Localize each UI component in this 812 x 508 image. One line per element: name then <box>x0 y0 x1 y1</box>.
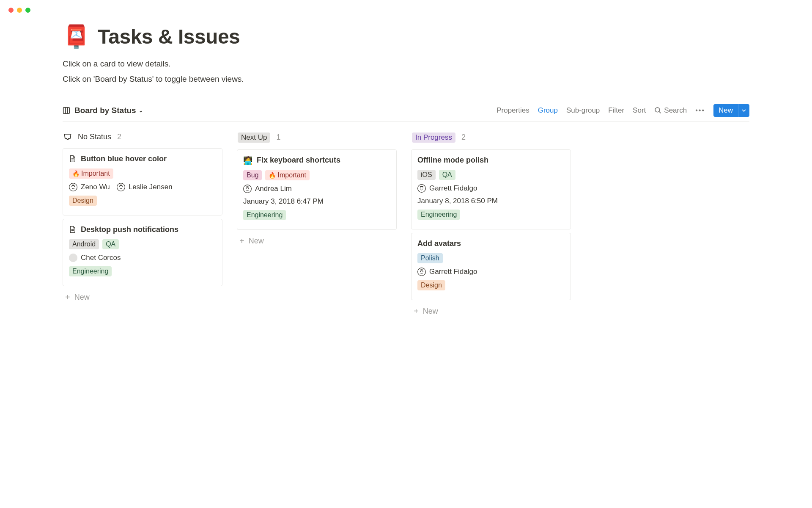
svg-point-17 <box>69 254 77 262</box>
column-count: 2 <box>461 133 466 142</box>
board-card[interactable]: Offline mode polishiOSQAGarrett FidalgoJ… <box>411 149 571 229</box>
tag[interactable]: 🔥Important <box>69 168 113 179</box>
plus-icon: + <box>65 293 70 301</box>
svg-point-20 <box>246 188 247 188</box>
svg-point-3 <box>655 108 660 112</box>
page-header: 📮 Tasks & Issues Click on a card to view… <box>63 24 749 86</box>
svg-point-24 <box>420 187 421 188</box>
page-icon[interactable]: 📮 <box>63 24 90 50</box>
column-count: 1 <box>276 133 280 142</box>
assignee[interactable]: Garrett Fidalgo <box>417 268 477 276</box>
board-card[interactable]: Add avatarsPolishGarrett FidalgoDesign <box>411 233 571 300</box>
column-label[interactable]: Next Up <box>238 133 270 143</box>
assignee[interactable]: Zeno Wu <box>69 183 110 191</box>
svg-point-25 <box>422 187 423 188</box>
close-window-button[interactable] <box>8 8 14 13</box>
tags-row: Design <box>69 196 216 206</box>
add-card-label: New <box>74 293 90 302</box>
add-card-button[interactable]: +New <box>411 304 571 319</box>
svg-rect-0 <box>63 107 70 113</box>
toolbar-sort[interactable]: Sort <box>633 106 646 115</box>
assignee-name: Zeno Wu <box>81 183 110 191</box>
window-controls <box>0 0 812 20</box>
tag[interactable]: QA <box>102 239 119 249</box>
add-card-button[interactable]: +New <box>237 233 397 249</box>
column-count: 2 <box>117 133 121 141</box>
card-title: Offline mode polish <box>417 156 488 165</box>
document-icon <box>69 155 77 163</box>
tag-label: Important <box>81 170 110 177</box>
inbox-icon <box>63 133 72 141</box>
tag[interactable]: Polish <box>417 253 443 263</box>
toolbar-subgroup[interactable]: Sub-group <box>566 106 600 115</box>
page-title[interactable]: Tasks & Issues <box>98 25 240 48</box>
chevron-down-icon <box>742 108 746 113</box>
board-card[interactable]: Desktop push notificationsAndroidQAChet … <box>63 219 222 286</box>
tag-label: Important <box>277 171 306 179</box>
board-card[interactable]: Button blue hover color🔥ImportantZeno Wu… <box>63 148 222 215</box>
svg-point-13 <box>119 186 120 187</box>
emoji-icon: 🔥 <box>72 170 80 177</box>
tag[interactable]: Engineering <box>417 210 460 220</box>
svg-point-29 <box>422 271 423 271</box>
card-title: Button blue hover color <box>81 155 167 163</box>
document-icon <box>69 226 77 233</box>
tag[interactable]: Engineering <box>69 266 112 276</box>
tag[interactable]: 🔥Important <box>265 170 310 180</box>
tag[interactable]: Bug <box>243 170 262 180</box>
tag-label: QA <box>106 240 115 248</box>
toolbar-search[interactable]: Search <box>654 106 687 115</box>
tag[interactable]: Android <box>69 239 99 249</box>
new-button[interactable]: New <box>713 104 749 117</box>
assignee-name: Garrett Fidalgo <box>429 184 477 193</box>
minimize-window-button[interactable] <box>17 8 22 13</box>
toolbar-properties[interactable]: Properties <box>497 106 529 115</box>
tag-label: Design <box>72 197 93 204</box>
svg-point-10 <box>74 186 75 187</box>
tag[interactable]: Design <box>417 280 445 290</box>
assignee[interactable]: Andrea Lim <box>243 185 292 193</box>
page-subtitle-line-1: Click on a card to view details. <box>63 57 749 71</box>
assignee[interactable]: Chet Corcos <box>69 254 121 262</box>
tag-label: QA <box>442 171 452 179</box>
assignee[interactable]: Garrett Fidalgo <box>417 184 477 193</box>
toolbar-more[interactable]: ••• <box>695 107 705 114</box>
view-selector[interactable]: Board by Status ⌄ <box>63 106 143 115</box>
tag[interactable]: Design <box>69 196 97 206</box>
zoom-window-button[interactable] <box>25 8 30 13</box>
toolbar-group[interactable]: Group <box>538 106 558 115</box>
tag[interactable]: Engineering <box>243 210 286 220</box>
board-column: No Status2Button blue hover color🔥Import… <box>63 133 222 305</box>
column-label[interactable]: In Progress <box>412 133 455 143</box>
assignees-row: Andrea Lim <box>243 185 390 193</box>
new-button-dropdown[interactable] <box>738 104 749 117</box>
column-label[interactable]: No Status <box>78 133 111 141</box>
svg-point-9 <box>71 186 72 187</box>
tag[interactable]: QA <box>439 170 455 180</box>
assignee-name: Chet Corcos <box>81 254 121 262</box>
board-column: In Progress2Offline mode polishiOSQAGarr… <box>411 133 571 319</box>
svg-line-4 <box>659 112 661 113</box>
tags-row: Engineering <box>69 266 216 276</box>
card-date: January 8, 2018 6:50 PM <box>417 197 565 205</box>
add-card-button[interactable]: +New <box>63 290 222 305</box>
tag-label: Engineering <box>421 211 457 218</box>
column-header: In Progress2 <box>411 133 571 143</box>
avatar <box>417 184 426 193</box>
assignees-row: Garrett Fidalgo <box>417 268 565 276</box>
tags-row: AndroidQA <box>69 239 216 249</box>
column-header: No Status2 <box>63 133 222 141</box>
page-subtitle-line-2: Click on 'Board by Status' to toggle bet… <box>63 72 749 86</box>
view-toolbar: Board by Status ⌄ Properties Group Sub-g… <box>63 104 749 121</box>
tag[interactable]: iOS <box>417 170 436 180</box>
svg-point-14 <box>122 186 123 187</box>
svg-point-21 <box>248 188 249 188</box>
chevron-down-icon: ⌄ <box>139 108 143 113</box>
toolbar-filter[interactable]: Filter <box>608 106 624 115</box>
avatar <box>69 183 77 191</box>
card-title: Fix keyboard shortcuts <box>257 156 340 165</box>
tag-label: iOS <box>421 171 432 179</box>
assignee[interactable]: Leslie Jensen <box>117 183 173 191</box>
tags-row: Polish <box>417 253 565 263</box>
board-card[interactable]: 🧑‍💻Fix keyboard shortcutsBug🔥ImportantAn… <box>237 149 397 230</box>
